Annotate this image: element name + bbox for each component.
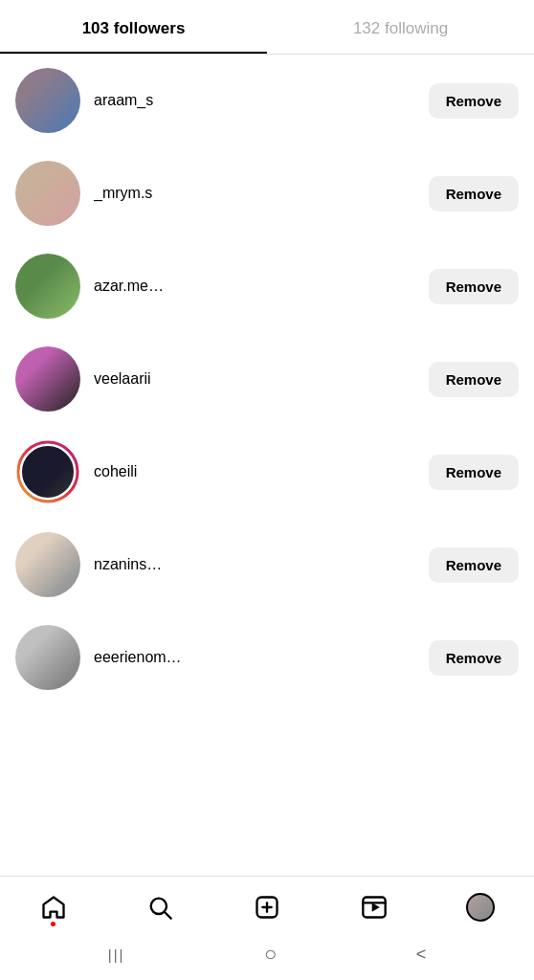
username-label[interactable]: _mrym.s <box>94 185 429 202</box>
add-nav-button[interactable] <box>244 886 290 928</box>
profile-nav-avatar <box>466 893 495 922</box>
bottom-nav <box>0 876 534 932</box>
home-icon <box>40 894 67 921</box>
username-label[interactable]: azar.me… <box>94 278 429 295</box>
list-item: coheili Remove <box>15 426 519 519</box>
list-item: araam_s Remove <box>15 55 519 147</box>
username-label[interactable]: araam_s <box>94 92 429 109</box>
svg-line-2 <box>166 912 171 918</box>
list-item: nzanins… Remove <box>15 519 519 612</box>
remove-button[interactable]: Remove <box>429 176 519 212</box>
svg-marker-7 <box>371 902 379 911</box>
tab-followers[interactable]: 103 followers <box>0 0 267 54</box>
list-item: veelaarii Remove <box>15 333 519 426</box>
avatar[interactable] <box>15 161 80 226</box>
tab-following[interactable]: 132 following <box>267 0 534 54</box>
remove-button[interactable]: Remove <box>429 269 519 304</box>
add-icon <box>254 894 280 921</box>
avatar-with-story[interactable] <box>15 439 80 504</box>
home-nav-button[interactable] <box>31 886 77 928</box>
avatar[interactable] <box>15 254 80 319</box>
remove-button[interactable]: Remove <box>429 362 519 397</box>
remove-button[interactable]: Remove <box>429 83 519 119</box>
tab-header: 103 followers 132 following <box>0 0 534 55</box>
avatar[interactable] <box>15 68 80 133</box>
username-label[interactable]: coheili <box>94 463 429 480</box>
username-label[interactable]: veelaarii <box>94 370 429 388</box>
username-label[interactable]: eeerienom… <box>94 649 429 666</box>
home-system-button[interactable]: ○ <box>264 942 277 967</box>
search-icon <box>146 894 173 921</box>
avatar[interactable] <box>15 346 80 412</box>
follower-list: araam_s Remove _mrym.s Remove azar.me… R… <box>0 55 534 876</box>
system-bar: ||| ○ < <box>0 932 534 980</box>
list-item: _mrym.s Remove <box>15 147 519 240</box>
avatar[interactable] <box>15 625 80 690</box>
reels-icon <box>361 894 388 921</box>
remove-button[interactable]: Remove <box>429 547 519 583</box>
avatar-face <box>20 444 76 500</box>
username-label[interactable]: nzanins… <box>94 556 429 573</box>
avatar[interactable] <box>15 532 80 597</box>
back-system-button[interactable]: < <box>416 945 427 965</box>
list-item: eeerienom… Remove <box>15 612 519 704</box>
home-notification-dot <box>51 922 56 926</box>
remove-button[interactable]: Remove <box>429 455 519 490</box>
recent-apps-button[interactable]: ||| <box>108 947 125 963</box>
search-nav-button[interactable] <box>137 886 183 928</box>
reels-nav-button[interactable] <box>351 886 397 928</box>
profile-nav-button[interactable] <box>457 886 503 928</box>
remove-button[interactable]: Remove <box>429 640 519 676</box>
list-item: azar.me… Remove <box>15 240 519 333</box>
